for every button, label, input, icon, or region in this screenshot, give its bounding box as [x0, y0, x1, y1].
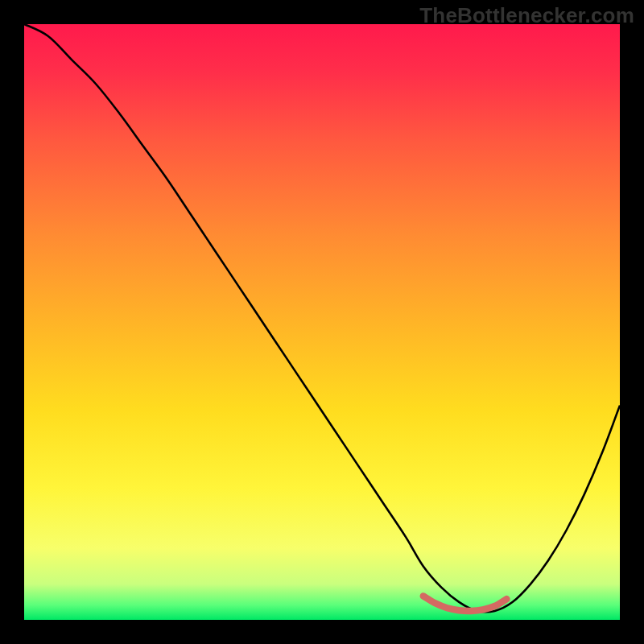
bottleneck-chart	[0, 0, 644, 644]
watermark-text: TheBottlenecker.com	[419, 3, 634, 28]
chart-frame: TheBottlenecker.com	[0, 0, 644, 644]
gradient-background	[24, 24, 620, 620]
